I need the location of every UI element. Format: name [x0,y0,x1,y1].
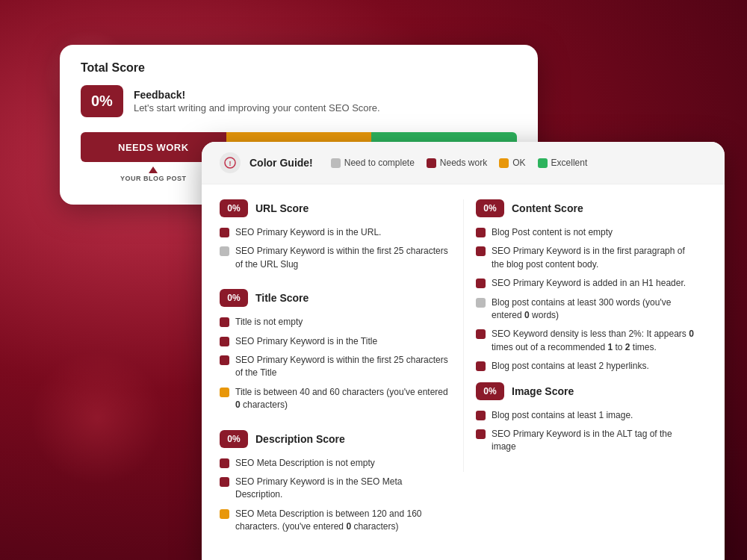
color-guide-bar: ! Color Guide! Need to complete Needs wo… [202,142,725,184]
legend-items: Need to complete Needs work OK Excellent [331,158,587,168]
desc-check-0 [220,458,229,468]
content-item-0: Blog Post content is not empty [476,226,695,239]
content-check-4 [476,329,486,339]
legend-ok: OK [499,158,525,168]
info-icon: ! [220,152,241,173]
content-text-3: Blog post contains at least 300 words (y… [492,296,695,323]
feedback-text: Feedback! Let's start writing and improv… [134,89,380,114]
url-text-1: SEO Primary Keyword is within the first … [235,245,451,271]
pointer-label: YOUR BLOG POST [120,175,187,182]
content-check-2 [476,279,486,288]
url-score-title: URL Score [255,202,309,214]
pointer-triangle [149,167,158,173]
image-text-1: SEO Primary Keyword is in the ALT tag of… [492,428,695,454]
svg-text:!: ! [229,160,232,167]
title-text-2: SEO Primary Keyword is within the first … [235,354,451,380]
url-check-1 [220,246,229,256]
desc-item-1: SEO Primary Keyword is in the SEO Meta D… [220,476,451,502]
title-check-2 [220,355,229,365]
content-score-badge: 0% [476,199,504,217]
scores-grid: 0% URL Score SEO Primary Keyword is in t… [202,184,725,551]
title-text-3: Title is between 40 and 60 characters (y… [235,386,451,412]
url-score-badge: 0% [220,199,248,217]
title-score-badge: 0% [220,289,248,307]
title-text-0: Title is not empty [235,316,303,329]
content-score-section: 0% Content Score Blog Post content is no… [463,199,707,472]
content-check-5 [476,361,486,371]
desc-text-1: SEO Primary Keyword is in the SEO Meta D… [235,476,451,502]
url-item-1: SEO Primary Keyword is within the first … [220,245,451,271]
legend-label-gray: Need to complete [344,158,415,168]
url-text-0: SEO Primary Keyword is in the URL. [235,226,381,239]
content-text-0: Blog Post content is not empty [492,226,613,239]
title-check-1 [220,337,229,346]
content-item-2: SEO Primary Keyword is added in an H1 he… [476,277,695,290]
scores-card: ! Color Guide! Need to complete Needs wo… [202,142,725,560]
desc-score-title: Description Score [255,433,345,445]
image-item-0: Blog post contains at least 1 image. [476,409,695,422]
right-column: 0% Content Score Blog Post content is no… [463,199,707,551]
url-check-0 [220,228,229,237]
title-item-0: Title is not empty [220,316,451,329]
content-text-1: SEO Primary Keyword is in the first para… [492,245,695,271]
title-item-1: SEO Primary Keyword is in the Title [220,335,451,348]
content-text-5: Blog post contains at least 2 hyperlinks… [492,360,649,373]
legend-dot-red [427,158,436,168]
content-text-2: SEO Primary Keyword is added in an H1 he… [492,277,686,290]
title-score-header: 0% Title Score [220,289,451,307]
legend-label-red: Needs work [440,158,487,168]
content-text-4: SEO Keyword density is less than 2%: It … [492,328,695,354]
score-row: 0% Feedback! Let's start writing and imp… [81,85,517,117]
legend-excellent: Excellent [538,158,588,168]
desc-score-badge: 0% [220,430,248,448]
left-column: 0% URL Score SEO Primary Keyword is in t… [220,199,463,551]
total-score-badge: 0% [81,85,123,117]
legend-label-orange: OK [512,158,525,168]
legend-dot-gray [331,158,341,168]
desc-item-0: SEO Meta Description is not empty [220,457,451,470]
image-check-1 [476,429,486,439]
image-score-title: Image Score [512,385,574,397]
url-item-0: SEO Primary Keyword is in the URL. [220,226,451,239]
title-item-2: SEO Primary Keyword is within the first … [220,354,451,380]
legend-dot-green [538,158,548,168]
title-check-0 [220,317,229,327]
total-score-title: Total Score [81,61,517,75]
title-text-1: SEO Primary Keyword is in the Title [235,335,377,348]
title-score-title: Title Score [255,292,309,304]
url-score-section: 0% URL Score SEO Primary Keyword is in t… [220,199,463,289]
content-item-5: Blog post contains at least 2 hyperlinks… [476,360,695,373]
image-text-0: Blog post contains at least 1 image. [492,409,633,422]
color-guide-title: Color Guide! [249,157,313,169]
desc-text-2: SEO Meta Description is between 120 and … [235,508,451,534]
desc-score-header: 0% Description Score [220,430,451,448]
feedback-body: Let's start writing and improving your c… [134,102,380,113]
image-check-0 [476,411,486,420]
legend-need: Need to complete [331,158,415,168]
title-score-section: 0% Title Score Title is not empty SEO Pr… [220,289,463,429]
content-item-1: SEO Primary Keyword is in the first para… [476,245,695,271]
image-item-1: SEO Primary Keyword is in the ALT tag of… [476,428,695,454]
content-check-0 [476,228,486,237]
legend-needs-work: Needs work [427,158,487,168]
feedback-heading: Feedback! [134,89,380,101]
title-check-3 [220,388,229,397]
content-score-title: Content Score [512,202,583,214]
desc-check-2 [220,509,229,519]
legend-dot-orange [499,158,509,168]
legend-label-green: Excellent [551,158,588,168]
content-check-1 [476,246,486,256]
content-item-4: SEO Keyword density is less than 2%: It … [476,328,695,354]
content-item-3: Blog post contains at least 300 words (y… [476,296,695,323]
image-score-badge: 0% [476,382,504,400]
image-score-header: 0% Image Score [476,382,695,400]
content-score-header: 0% Content Score [476,199,695,217]
desc-check-1 [220,477,229,487]
desc-text-0: SEO Meta Description is not empty [235,457,375,470]
desc-item-2: SEO Meta Description is between 120 and … [220,508,451,534]
content-check-3 [476,298,486,308]
desc-score-section: 0% Description Score SEO Meta Descriptio… [220,430,463,552]
url-score-header: 0% URL Score [220,199,451,217]
title-item-3: Title is between 40 and 60 characters (y… [220,386,451,412]
